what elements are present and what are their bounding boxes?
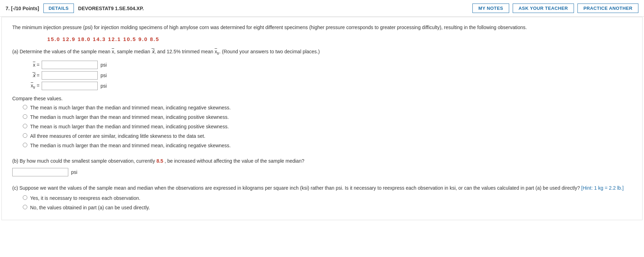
question-number: 7. [-/10 Points] [6, 6, 39, 11]
details-button[interactable]: DETAILS [43, 4, 74, 13]
trimmed-input-row: xtr = psi [23, 82, 634, 90]
median-input-row: x̃ = psi [23, 71, 634, 80]
part-c-label: (c) Suppose we want the values of the sa… [12, 185, 580, 191]
radio-4-label: All three measures of center are similar… [30, 133, 205, 140]
part-b: (b) By how much could the smallest sampl… [12, 157, 634, 176]
part-c-radio-1[interactable] [23, 195, 27, 200]
mean-input-row: x = psi [23, 61, 634, 69]
radio-1-label: The mean is much larger than the median … [30, 104, 231, 111]
part-a-label: (a) Determine the values of the sample m… [12, 48, 634, 56]
median-unit: psi [101, 73, 107, 78]
radio-1[interactable] [23, 105, 27, 109]
median-label: x̃ = [23, 73, 40, 78]
mean-input[interactable] [42, 61, 98, 69]
radio-5[interactable] [23, 143, 27, 147]
radio-3-label: The mean is much larger than the median … [30, 123, 229, 130]
median-input[interactable] [42, 71, 98, 80]
practice-another-button[interactable]: PRACTICE ANOTHER [577, 4, 638, 13]
part-a: (a) Determine the values of the sample m… [12, 48, 634, 149]
problem-intro: The minimum injection pressure (psi) for… [12, 23, 634, 31]
my-notes-button[interactable]: MY NOTES [472, 4, 509, 13]
radio-2[interactable] [23, 114, 27, 119]
radio-option-4[interactable]: All three measures of center are similar… [23, 133, 634, 140]
mean-unit: psi [101, 62, 107, 68]
part-b-input-row: psi [12, 168, 634, 176]
content-area: The minimum injection pressure (psi) for… [1, 17, 643, 220]
compare-title: Compare these values. [12, 96, 634, 101]
part-c-radio-2-label: No, the values obtained in part (a) can … [30, 204, 150, 211]
radio-5-label: The median is much larger than the mean … [30, 142, 231, 149]
observations: 15.0 12.9 18.0 14.3 12.1 10.5 9.0 8.5 [47, 36, 634, 42]
header-bar: 7. [-/10 Points] DETAILS DEVORESTAT9 1.S… [0, 0, 644, 17]
part-c-radio-option-2[interactable]: No, the values obtained in part (a) can … [23, 204, 634, 211]
trimmed-unit: psi [101, 83, 107, 89]
part-c-radio-1-label: Yes, it is necessary to reexpress each o… [30, 195, 140, 202]
part-c-radio-option-1[interactable]: Yes, it is necessary to reexpress each o… [23, 195, 634, 202]
part-c-radio-2[interactable] [23, 205, 27, 209]
part-b-label-after: , be increased without affecting the val… [165, 158, 304, 164]
trimmed-label: xtr = [23, 83, 40, 89]
part-b-label: (b) By how much could the smallest sampl… [12, 158, 155, 164]
radio-option-3[interactable]: The mean is much larger than the median … [23, 123, 634, 130]
ask-teacher-button[interactable]: ASK YOUR TEACHER [513, 4, 574, 13]
question-code: DEVORESTAT9 1.SE.504.XP. [78, 6, 144, 11]
radio-2-label: The median is much larger than the mean … [30, 114, 229, 121]
part-c-hint: [Hint: 1 kg = 2.2 lb.] [581, 185, 624, 191]
header-actions: MY NOTES ASK YOUR TEACHER PRACTICE ANOTH… [472, 4, 638, 13]
radio-option-5[interactable]: The median is much larger than the mean … [23, 142, 634, 149]
mean-label: x = [23, 62, 40, 68]
compare-section: Compare these values. The mean is much l… [12, 96, 634, 149]
radio-option-2[interactable]: The median is much larger than the mean … [23, 114, 634, 121]
part-b-unit: psi [71, 169, 77, 175]
part-b-highlight: 8.5 [157, 158, 163, 164]
trimmed-input[interactable] [42, 82, 98, 90]
part-b-input[interactable] [12, 168, 68, 176]
radio-3[interactable] [23, 124, 27, 128]
part-b-text: (b) By how much could the smallest sampl… [12, 157, 634, 165]
part-c: (c) Suppose we want the values of the sa… [12, 184, 634, 211]
radio-4[interactable] [23, 133, 27, 138]
radio-option-1[interactable]: The mean is much larger than the median … [23, 104, 634, 111]
part-c-text: (c) Suppose we want the values of the sa… [12, 184, 634, 192]
